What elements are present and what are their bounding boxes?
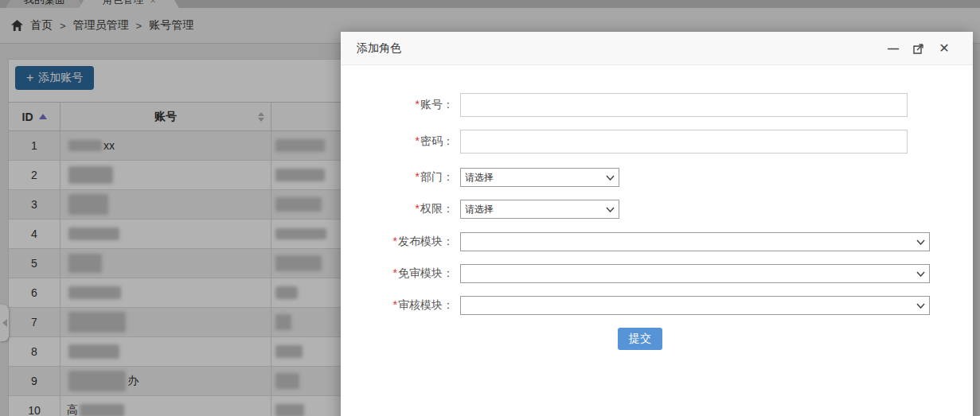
review-module-select[interactable] [460, 296, 930, 315]
maximize-icon[interactable] [912, 42, 925, 55]
chevron-down-icon [916, 303, 925, 309]
password-input[interactable] [460, 130, 908, 154]
field-label: 免审模块： [398, 266, 454, 279]
dialog-body: *账号： *密码： *部门： 请选择 *权限： 请选择 *发布模块： [341, 65, 973, 416]
required-marker: * [416, 202, 420, 215]
exempt-review-module-select[interactable] [460, 264, 930, 283]
window-controls: — ✕ [887, 42, 951, 55]
chevron-down-icon [916, 239, 925, 245]
close-icon[interactable]: ✕ [938, 42, 951, 55]
form-row-exempt-review-module: *免审模块： [341, 264, 930, 283]
required-marker: * [393, 298, 397, 311]
form-row-department: *部门： 请选择 [341, 168, 619, 187]
chevron-down-icon [916, 271, 925, 277]
dialog-header[interactable]: 添加角色 — ✕ [341, 32, 973, 65]
dialog-title: 添加角色 [357, 41, 401, 56]
required-marker: * [393, 235, 397, 247]
required-marker: * [416, 98, 420, 111]
field-label: 密码： [420, 134, 454, 147]
form-row-publish-module: *发布模块： [341, 232, 930, 251]
account-input[interactable] [460, 93, 908, 117]
department-select[interactable]: 请选择 [460, 168, 619, 187]
publish-module-select[interactable] [460, 232, 930, 251]
field-label: 发布模块： [398, 235, 454, 247]
form-row-permission: *权限： 请选择 [341, 200, 619, 219]
required-marker: * [416, 134, 420, 147]
field-label: 审核模块： [398, 298, 454, 311]
chevron-down-icon [606, 207, 615, 212]
selected-value: 请选择 [465, 203, 603, 216]
field-label: 权限： [420, 202, 454, 215]
field-label: 账号： [420, 98, 454, 111]
form-row-account: *账号： [341, 93, 908, 117]
permission-select[interactable]: 请选择 [460, 200, 619, 219]
field-label: 部门： [420, 170, 454, 183]
required-marker: * [393, 266, 397, 279]
required-marker: * [416, 170, 420, 183]
add-role-dialog: 添加角色 — ✕ *账号： *密码： *部门： 请选择 [341, 32, 973, 416]
selected-value: 请选择 [465, 171, 603, 185]
form-row-password: *密码： [341, 130, 908, 154]
form-row-review-module: *审核模块： [341, 296, 930, 315]
chevron-down-icon [606, 175, 615, 181]
submit-button[interactable]: 提交 [618, 328, 662, 350]
minimize-icon[interactable]: — [887, 42, 900, 55]
